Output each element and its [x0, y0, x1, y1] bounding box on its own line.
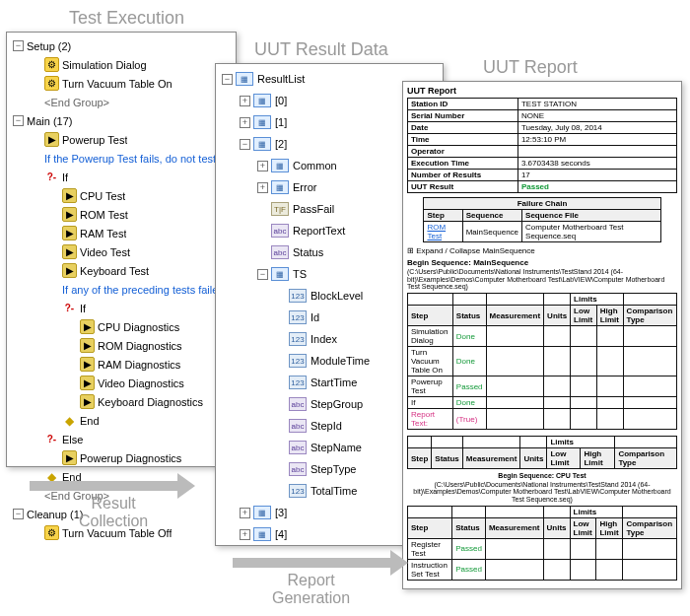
string-icon: abc [289, 441, 307, 454]
steps-col: Step [408, 448, 432, 469]
steps-cell [543, 559, 570, 580]
exec-tree-row[interactable]: ▶CPU Diagnostics [9, 317, 234, 336]
steps-table-mid: Limits StepStatusMeasurementUnitsLow Lim… [407, 436, 677, 469]
exec-tree-row[interactable]: −Main (17) [9, 111, 234, 130]
tree-toggle-icon[interactable]: − [240, 139, 250, 150]
result-field-name: ResultList [257, 73, 305, 85]
tree-toggle-icon[interactable]: − [13, 115, 24, 126]
step-icon: ▶ [62, 226, 77, 240]
result-field-name: StepName [310, 442, 362, 453]
steps-cell [485, 559, 543, 580]
steps-cell [544, 409, 571, 430]
tree-row-label: Video Test [80, 246, 130, 258]
result-field-name: TotalTime [310, 485, 357, 497]
exec-tree-row[interactable]: ▶RAM Test [9, 224, 234, 242]
report-heading: UUT Report [407, 86, 677, 96]
step-icon: ▶ [80, 394, 95, 409]
tree-toggle-icon[interactable]: − [222, 74, 233, 85]
tree-row-label: CPU Test [80, 190, 125, 202]
steps-cell [485, 538, 543, 559]
steps-cell [486, 376, 544, 397]
step-icon: ▶ [80, 376, 95, 390]
tree-toggle-icon[interactable]: − [257, 269, 268, 280]
failchain-cell[interactable]: ROM Test [424, 222, 462, 242]
steps-cell [571, 326, 597, 347]
tree-toggle-icon[interactable]: + [240, 96, 250, 106]
if-icon: ?- [44, 170, 59, 184]
steps-col: Comparison Type [623, 306, 676, 326]
exec-tree-row[interactable]: ▶Keyboard Diagnostics [9, 392, 234, 411]
result-field-name: BlockLevel [310, 290, 363, 302]
exec-tree-row[interactable]: ▶Powerup Diagnostics [9, 448, 234, 467]
exec-tree-row[interactable]: ▶CPU Test [9, 186, 234, 205]
limits-header: Limits [547, 437, 615, 448]
steps-row: Simulation DialogDone [408, 326, 677, 347]
tree-toggle-icon[interactable]: + [257, 161, 268, 171]
result-field-name: StepId [310, 420, 342, 432]
steps-cell [571, 376, 597, 397]
steps-cell: Done [452, 326, 486, 347]
steps-cell [596, 409, 623, 430]
result-field-name: [2] [275, 138, 287, 150]
tree-toggle-icon[interactable]: + [240, 529, 250, 540]
failchain-cell: MainSequence [462, 222, 521, 242]
sequence-path: (C:\Users\Public\Documents\National Inst… [407, 268, 677, 291]
tree-toggle-icon[interactable]: − [13, 40, 24, 51]
exec-tree-row[interactable]: ◆End [9, 411, 234, 430]
steps-row: Powerup TestPassed [408, 376, 677, 397]
exec-tree-row[interactable]: ▶ROM Test [9, 205, 234, 224]
failchain-col: Step [424, 210, 462, 222]
result-field-name: TS [293, 268, 307, 280]
exec-tree-row[interactable]: ⚙Simulation Dialog [9, 55, 234, 74]
steps-cell [571, 409, 597, 430]
exec-tree-row[interactable]: ▶RAM Diagnostics [9, 355, 234, 374]
steps-col: Units [520, 448, 547, 469]
exec-tree-row[interactable]: ▶ROM Diagnostics [9, 336, 234, 355]
expand-collapse-link[interactable]: ⊞ Expand / Collapse MainSequence [407, 246, 677, 255]
steps-cell: If [408, 397, 453, 409]
report-hdr-val: Passed [518, 181, 676, 193]
steps-cell: (True) [452, 409, 486, 430]
steps-row: Instruction Set TestPassed [408, 559, 677, 580]
exec-tree-row[interactable]: −Setup (2) [9, 36, 234, 55]
failchain-col: Sequence [462, 210, 521, 222]
tree-row-label: Powerup Diagnostics [80, 452, 181, 464]
exec-tree-row[interactable]: ▶Powerup Test [9, 130, 234, 149]
exec-tree-row[interactable]: If any of the preceding tests failed [9, 280, 234, 299]
steps-cell [486, 409, 544, 430]
steps-table-2: Limits StepStatusMeasurementUnitsLow Lim… [407, 506, 677, 581]
result-field-name: Error [293, 181, 316, 193]
tree-toggle-icon[interactable]: + [240, 508, 250, 518]
number-icon: 123 [289, 289, 307, 303]
steps-cell [623, 559, 677, 580]
flow-arrow-collect-head [177, 473, 195, 499]
exec-tree-row[interactable]: ?-Else [9, 430, 234, 448]
exec-tree-row[interactable]: ▶Video Test [9, 242, 234, 261]
exec-tree-row[interactable]: ⚙Turn Vacuum Table On [9, 74, 234, 93]
number-icon: 123 [289, 376, 307, 389]
tree-row-label: If [62, 171, 68, 183]
steps-cell [596, 347, 623, 376]
limits-header: Limits [571, 294, 624, 306]
tree-toggle-icon[interactable]: + [257, 182, 268, 193]
tree-row-label: Main (17) [27, 115, 72, 127]
exec-tree-row[interactable]: If the Powerup Test fails, do not test [9, 149, 234, 168]
tree-toggle-icon[interactable]: + [240, 117, 250, 128]
string-icon: abc [289, 462, 307, 476]
steps-col: Measurement [486, 306, 544, 326]
number-icon: 123 [289, 332, 307, 346]
exec-tree-row[interactable]: ?-If [9, 299, 234, 317]
steps-cell [623, 347, 676, 376]
steps-cell [544, 397, 571, 409]
exec-tree-row[interactable]: ▶Keyboard Test [9, 261, 234, 280]
exec-tree-row[interactable]: ?-If [9, 168, 234, 186]
tree-row-label: ROM Diagnostics [98, 340, 182, 352]
step-icon: ▶ [62, 207, 77, 222]
report-hdr-key: Execution Time [408, 158, 518, 170]
steps-col: Status [452, 306, 486, 326]
uut-report-panel: UUT Report Station IDTEST STATIONSerial … [402, 81, 682, 589]
exec-tree-row[interactable]: <End Group> [9, 93, 234, 111]
tree-row-label: Else [62, 434, 83, 445]
exec-tree-row[interactable]: ▶Video Diagnostics [9, 374, 234, 392]
tree-toggle-icon[interactable]: − [13, 509, 24, 519]
